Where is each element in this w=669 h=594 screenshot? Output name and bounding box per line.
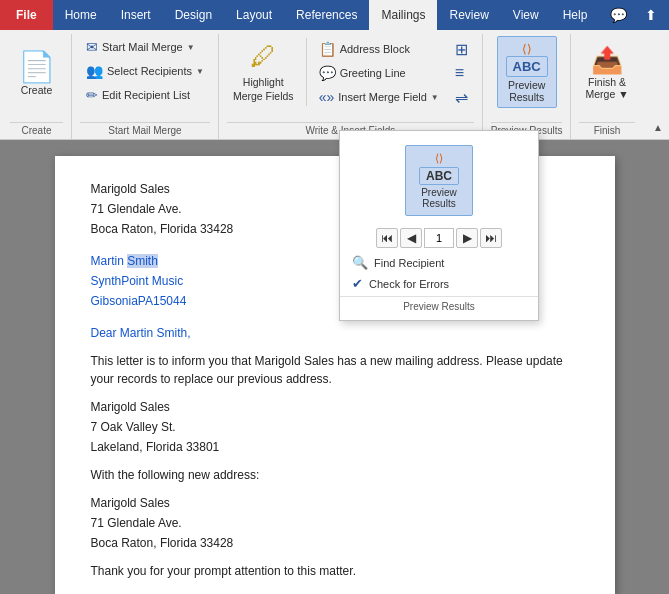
new-name: Marigold Sales bbox=[91, 398, 579, 416]
group-finish: 📤 Finish &Merge ▼ Finish bbox=[571, 34, 642, 139]
highlight-label: HighlightMerge Fields bbox=[233, 76, 294, 103]
popup-preview-label: PreviewResults bbox=[421, 187, 457, 209]
tab-help[interactable]: Help bbox=[551, 0, 600, 30]
nav-page-input[interactable] bbox=[424, 228, 454, 248]
group-write-insert: 🖊 HighlightMerge Fields 📋 Address Block … bbox=[219, 34, 483, 139]
popup-arrows-icon: ⟨⟩ bbox=[435, 152, 443, 165]
create-button[interactable]: 📄 Create bbox=[10, 36, 63, 108]
divider bbox=[306, 38, 307, 106]
group-create: 📄 Create Create bbox=[2, 34, 72, 139]
comment-icon[interactable]: 💬 bbox=[602, 3, 635, 27]
recipient-last-name-highlighted: Smith bbox=[127, 254, 158, 268]
popup-nav-row: ⏮ ◀ ▶ ⏭ bbox=[340, 224, 538, 252]
insert-merge-field-button[interactable]: «» Insert Merge Field ▼ bbox=[313, 86, 445, 108]
highlight-icon: 🖊 bbox=[250, 41, 276, 72]
group-start-mail-merge: ✉ Start Mail Merge ▼ 👥 Select Recipients… bbox=[72, 34, 219, 139]
rules-button[interactable]: ≡ bbox=[449, 62, 474, 84]
dear-line: Dear Martin Smith, bbox=[91, 324, 579, 342]
select-recipients-button[interactable]: 👥 Select Recipients ▼ bbox=[80, 60, 210, 82]
tab-design[interactable]: Design bbox=[163, 0, 224, 30]
group-start-label: Start Mail Merge bbox=[80, 122, 210, 139]
greeting-line-button[interactable]: 💬 Greeting Line bbox=[313, 62, 445, 84]
recipients-icon: 👥 bbox=[86, 63, 103, 79]
address-block-icon: 📋 bbox=[319, 41, 336, 57]
preview-arrows-icon: ⟨⟩ bbox=[522, 42, 532, 56]
rules-icon: ≡ bbox=[455, 64, 464, 82]
popup-preview-button[interactable]: ⟨⟩ ABC PreviewResults bbox=[405, 145, 473, 216]
tab-insert[interactable]: Insert bbox=[109, 0, 163, 30]
following-line: With the following new address: bbox=[91, 466, 579, 484]
sincerely-line: Sincerely, bbox=[91, 590, 579, 594]
abc-badge: ABC bbox=[506, 56, 548, 77]
tab-home[interactable]: Home bbox=[53, 0, 109, 30]
preview-dropdown: ⟨⟩ ABC PreviewResults ⏮ ◀ ▶ ⏭ 🔍 Find Rec… bbox=[339, 130, 539, 321]
orig-addr2: Boca Raton, Florida 33428 bbox=[91, 534, 579, 552]
collapse-ribbon-button[interactable]: ▲ bbox=[651, 120, 665, 135]
tab-review[interactable]: Review bbox=[437, 0, 500, 30]
finish-label: Finish &Merge ▼ bbox=[585, 76, 628, 100]
finish-merge-button[interactable]: 📤 Finish &Merge ▼ bbox=[579, 36, 634, 108]
start-mail-merge-button[interactable]: ✉ Start Mail Merge ▼ bbox=[80, 36, 210, 58]
mail-merge-icon: ✉ bbox=[86, 39, 98, 55]
match-fields-button[interactable]: ⇌ bbox=[449, 86, 474, 108]
nav-last-button[interactable]: ⏭ bbox=[480, 228, 502, 248]
finish-icon: 📤 bbox=[591, 45, 623, 76]
check-errors-item[interactable]: ✔ Check for Errors bbox=[340, 273, 538, 294]
insert-field-extra-btn[interactable]: ⊞ bbox=[449, 38, 474, 60]
tab-file[interactable]: File bbox=[0, 0, 53, 30]
nav-first-button[interactable]: ⏮ bbox=[376, 228, 398, 248]
match-icon: ⇌ bbox=[455, 88, 468, 107]
filter-icon: ⊞ bbox=[455, 40, 468, 59]
greeting-icon: 💬 bbox=[319, 65, 336, 81]
address-block-button[interactable]: 📋 Address Block bbox=[313, 38, 445, 60]
find-recipient-item[interactable]: 🔍 Find Recipient bbox=[340, 252, 538, 273]
popup-section-label: Preview Results bbox=[340, 296, 538, 314]
preview-results-button[interactable]: ⟨⟩ ABC PreviewResults bbox=[497, 36, 557, 108]
nav-next-button[interactable]: ▶ bbox=[456, 228, 478, 248]
edit-recipient-list-button[interactable]: ✏ Edit Recipient List bbox=[80, 84, 210, 106]
nav-prev-button[interactable]: ◀ bbox=[400, 228, 422, 248]
preview-results-label: PreviewResults bbox=[508, 79, 545, 103]
tab-layout[interactable]: Layout bbox=[224, 0, 284, 30]
group-create-label: Create bbox=[10, 122, 63, 139]
new-address-block: Marigold Sales 7 Oak Valley St. Lakeland… bbox=[91, 398, 579, 456]
tab-view[interactable]: View bbox=[501, 0, 551, 30]
new-addr1: 7 Oak Valley St. bbox=[91, 418, 579, 436]
create-label: Create bbox=[21, 84, 53, 96]
edit-recipients-icon: ✏ bbox=[86, 87, 98, 103]
body-para1: This letter is to inform you that Marigo… bbox=[91, 352, 579, 388]
document-area: Marigold Sales 71 Glendale Ave. Boca Rat… bbox=[0, 140, 669, 594]
check-errors-icon: ✔ bbox=[352, 276, 363, 291]
orig-name: Marigold Sales bbox=[91, 494, 579, 512]
insert-field-icon: «» bbox=[319, 89, 335, 105]
find-recipient-icon: 🔍 bbox=[352, 255, 368, 270]
orig-address-block: Marigold Sales 71 Glendale Ave. Boca Rat… bbox=[91, 494, 579, 552]
dropdown-arrow2-icon: ▼ bbox=[196, 67, 204, 76]
create-icon: 📄 bbox=[18, 49, 55, 84]
tab-mailings[interactable]: Mailings bbox=[369, 0, 437, 30]
orig-addr1: 71 Glendale Ave. bbox=[91, 514, 579, 532]
new-addr2: Lakeland, Florida 33801 bbox=[91, 438, 579, 456]
thanks-line: Thank you for your prompt attention to t… bbox=[91, 562, 579, 580]
group-finish-label: Finish bbox=[579, 122, 634, 139]
highlight-merge-fields-button[interactable]: 🖊 HighlightMerge Fields bbox=[227, 36, 300, 108]
tab-references[interactable]: References bbox=[284, 0, 369, 30]
dropdown-arrow3-icon: ▼ bbox=[431, 93, 439, 102]
dropdown-arrow-icon: ▼ bbox=[187, 43, 195, 52]
share-icon[interactable]: ⬆ bbox=[637, 3, 665, 27]
popup-abc-badge: ABC bbox=[419, 167, 459, 185]
recipient-first-name: Martin bbox=[91, 254, 128, 268]
group-preview: ⟨⟩ ABC PreviewResults Preview Results bbox=[483, 34, 572, 139]
